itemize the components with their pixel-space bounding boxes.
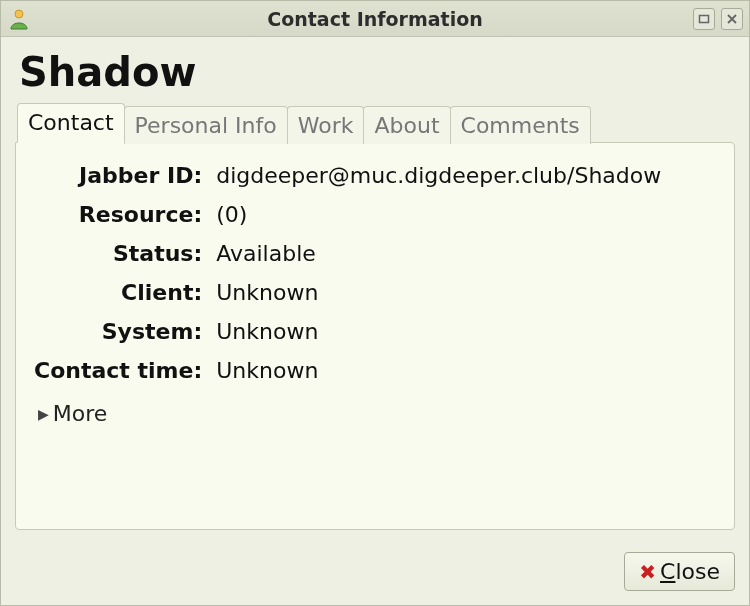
app-icon [7,7,31,31]
close-icon: ✖ [639,560,656,584]
window-frame: Contact Information Shadow Contact Perso… [0,0,750,606]
tab-bar: Contact Personal Info Work About Comment… [17,103,735,143]
window-controls [693,8,743,30]
chevron-right-icon: ▶ [38,406,49,422]
client-value: Unknown [216,280,716,305]
contact-time-value: Unknown [216,358,716,383]
tab-comments[interactable]: Comments [450,106,591,144]
jabber-id-label: Jabber ID: [34,163,202,188]
dialog-footer: ✖ Close [1,544,749,605]
resource-label: Resource: [34,202,202,227]
close-button[interactable]: ✖ Close [624,552,735,591]
tab-personal-info[interactable]: Personal Info [124,106,288,144]
content-area: Shadow Contact Personal Info Work About … [1,37,749,544]
more-expander[interactable]: ▶ More [38,401,716,426]
contact-fields: Jabber ID: digdeeper@muc.digdeeper.club/… [34,163,716,383]
maximize-button[interactable] [693,8,715,30]
status-value: Available [216,241,716,266]
tab-work[interactable]: Work [287,106,365,144]
contact-name-heading: Shadow [19,49,735,95]
tab-contact[interactable]: Contact [17,103,125,143]
tab-panel-contact: Jabber ID: digdeeper@muc.digdeeper.club/… [15,142,735,530]
jabber-id-value: digdeeper@muc.digdeeper.club/Shadow [216,163,716,188]
svg-point-0 [15,10,23,18]
svg-rect-1 [700,15,709,22]
close-window-button[interactable] [721,8,743,30]
titlebar: Contact Information [1,1,749,37]
client-label: Client: [34,280,202,305]
status-label: Status: [34,241,202,266]
system-label: System: [34,319,202,344]
close-button-label: Close [660,559,720,584]
resource-value: (0) [216,202,716,227]
window-title: Contact Information [1,8,749,30]
contact-time-label: Contact time: [34,358,202,383]
tab-about[interactable]: About [363,106,450,144]
more-label: More [53,401,108,426]
system-value: Unknown [216,319,716,344]
